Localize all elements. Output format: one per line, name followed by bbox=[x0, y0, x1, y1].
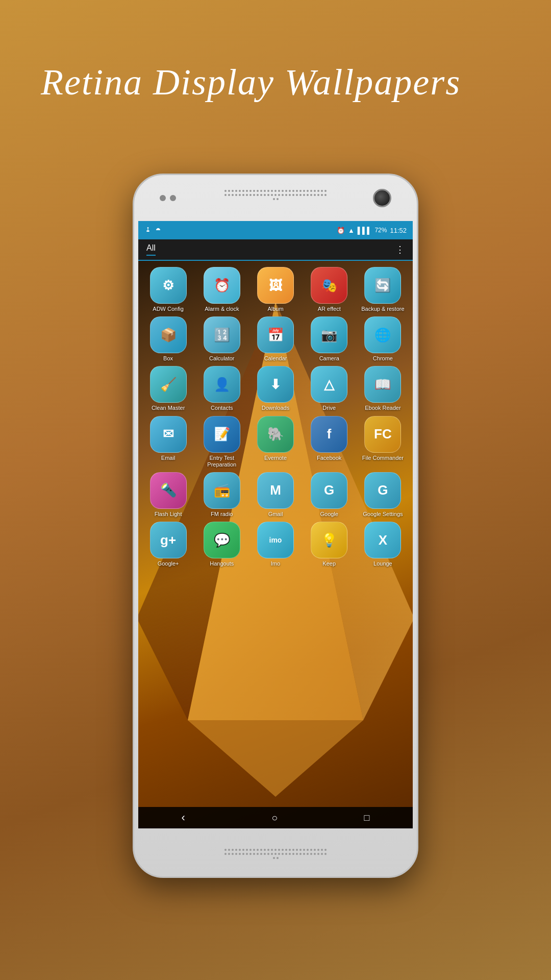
app-item-calculator[interactable]: 🔢Calculator bbox=[196, 316, 247, 362]
app-item-google-plus[interactable]: g+Google+ bbox=[142, 522, 194, 567]
camera bbox=[373, 189, 391, 207]
app-label-fm-radio: FM radio bbox=[211, 511, 233, 518]
page-title: Retina Display Wallpapers bbox=[41, 61, 461, 104]
app-label-facebook: Facebook bbox=[317, 455, 341, 461]
overflow-menu-icon[interactable]: ⋮ bbox=[395, 244, 405, 255]
app-label-file-commander: File Commander bbox=[362, 455, 404, 461]
bottom-speaker-grille bbox=[224, 848, 327, 860]
app-item-google-settings[interactable]: GGoogle Settings bbox=[357, 472, 409, 518]
app-icon-ar-effect: 🎭 bbox=[311, 267, 347, 304]
app-icon-keep: 💡 bbox=[311, 522, 347, 558]
app-label-album: Album bbox=[267, 306, 283, 312]
app-item-downloads[interactable]: ⬇Downloads bbox=[249, 366, 301, 411]
app-item-evernote[interactable]: 🐘Evernote bbox=[249, 416, 301, 468]
app-label-chrome: Chrome bbox=[373, 355, 393, 362]
app-item-fm-radio[interactable]: 📻FM radio bbox=[196, 472, 247, 518]
home-button[interactable]: ○ bbox=[271, 812, 278, 824]
app-label-email: Email bbox=[161, 455, 176, 461]
app-item-clean-master[interactable]: 🧹Clean Master bbox=[142, 366, 194, 411]
app-label-contacts: Contacts bbox=[211, 405, 233, 411]
app-item-keep[interactable]: 💡Keep bbox=[304, 522, 355, 567]
app-label-google-plus: Google+ bbox=[158, 560, 179, 567]
app-icon-file-commander: FC bbox=[364, 416, 401, 453]
app-label-clean-master: Clean Master bbox=[152, 405, 185, 411]
status-right-icons: ⏰ ▲ ▌▌▌ 72% 11:52 bbox=[337, 227, 407, 234]
app-item-alarm-clock[interactable]: ⏰Alarm & clock bbox=[196, 267, 247, 312]
app-label-keep: Keep bbox=[322, 560, 336, 567]
app-icon-album: 🖼 bbox=[257, 267, 294, 304]
app-icon-box: 📦 bbox=[150, 316, 187, 353]
app-item-ar-effect[interactable]: 🎭AR effect bbox=[304, 267, 355, 312]
app-icon-drive: △ bbox=[311, 366, 347, 403]
signal-icon: ▌▌▌ bbox=[358, 227, 372, 234]
svg-rect-2 bbox=[146, 231, 149, 232]
app-icon-downloads: ⬇ bbox=[257, 366, 294, 403]
app-item-file-commander[interactable]: FCFile Commander bbox=[357, 416, 409, 468]
app-label-entry-test: Entry Test Preparation bbox=[196, 455, 247, 468]
app-label-box: Box bbox=[163, 355, 173, 362]
recent-button[interactable]: □ bbox=[364, 813, 370, 823]
app-item-contacts[interactable]: 👤Contacts bbox=[196, 366, 247, 411]
app-icon-entry-test: 📝 bbox=[204, 416, 240, 453]
app-item-gmail[interactable]: MGmail bbox=[249, 472, 301, 518]
app-label-google-settings: Google Settings bbox=[363, 511, 403, 518]
app-icon-lounge: X bbox=[364, 522, 401, 558]
app-label-evernote: Evernote bbox=[264, 455, 287, 461]
nav-bar: ‹ ○ □ bbox=[138, 807, 413, 828]
app-item-flash-light[interactable]: 🔦Flash Light bbox=[142, 472, 194, 518]
app-icon-calculator: 🔢 bbox=[204, 316, 240, 353]
app-icon-imo: imo bbox=[257, 522, 294, 558]
phone-body: // Will be populated below ⏰ ▲ ▌▌▌ bbox=[133, 174, 418, 878]
battery-text: 72% bbox=[374, 227, 387, 234]
app-icon-chrome: 🌐 bbox=[364, 316, 401, 353]
speaker-dot bbox=[160, 195, 166, 201]
back-button[interactable]: ‹ bbox=[182, 811, 185, 824]
app-icon-backup-restore: 🔄 bbox=[364, 267, 401, 304]
app-icon-flash-light: 🔦 bbox=[150, 472, 187, 509]
app-item-hangouts[interactable]: 💬Hangouts bbox=[196, 522, 247, 567]
app-label-ebook-reader: Ebook Reader bbox=[365, 405, 400, 411]
app-label-google: Google bbox=[320, 511, 338, 518]
app-icon-clean-master: 🧹 bbox=[150, 366, 187, 403]
app-label-camera: Camera bbox=[319, 355, 339, 362]
app-icon-ebook-reader: 📖 bbox=[364, 366, 401, 403]
app-item-google[interactable]: GGoogle bbox=[304, 472, 355, 518]
app-item-lounge[interactable]: XLounge bbox=[357, 522, 409, 567]
app-item-email[interactable]: ✉Email bbox=[142, 416, 194, 468]
app-icon-adw-config: ⚙ bbox=[150, 267, 187, 304]
app-icon-hangouts: 💬 bbox=[204, 522, 240, 558]
app-icon-google-settings: G bbox=[364, 472, 401, 509]
app-label-hangouts: Hangouts bbox=[210, 560, 234, 567]
app-item-backup-restore[interactable]: 🔄Backup & restore bbox=[357, 267, 409, 312]
app-icon-contacts: 👤 bbox=[204, 366, 240, 403]
tab-all-label[interactable]: All bbox=[146, 243, 156, 256]
app-icon-calendar: 📅 bbox=[257, 316, 294, 353]
app-item-camera[interactable]: 📷Camera bbox=[304, 316, 355, 362]
app-label-calendar: Calendar bbox=[264, 355, 287, 362]
android-icon bbox=[155, 227, 162, 234]
phone-top: // Will be populated below bbox=[134, 175, 417, 221]
app-item-drive[interactable]: △Drive bbox=[304, 366, 355, 411]
app-item-adw-config[interactable]: ⚙ADW Config bbox=[142, 267, 194, 312]
app-grid: ⚙ADW Config⏰Alarm & clock🖼Album🎭AR effec… bbox=[138, 261, 413, 573]
svg-rect-0 bbox=[147, 227, 148, 228]
speaker-grille: // Will be populated below bbox=[224, 189, 327, 201]
page-background: Retina Display Wallpapers // Will be pop… bbox=[0, 0, 551, 980]
app-label-calculator: Calculator bbox=[209, 355, 235, 362]
app-label-lounge: Lounge bbox=[373, 560, 392, 567]
app-item-imo[interactable]: imoImo bbox=[249, 522, 301, 567]
app-item-album[interactable]: 🖼Album bbox=[249, 267, 301, 312]
app-item-ebook-reader[interactable]: 📖Ebook Reader bbox=[357, 366, 409, 411]
app-item-facebook[interactable]: fFacebook bbox=[304, 416, 355, 468]
app-label-ar-effect: AR effect bbox=[318, 306, 341, 312]
app-item-box[interactable]: 📦Box bbox=[142, 316, 194, 362]
tab-bar[interactable]: All ⋮ bbox=[138, 239, 413, 261]
status-left-icons bbox=[144, 227, 162, 234]
phone-screen: ⏰ ▲ ▌▌▌ 72% 11:52 All ⋮ bbox=[138, 221, 413, 828]
app-icon-facebook: f bbox=[311, 416, 347, 453]
app-item-chrome[interactable]: 🌐Chrome bbox=[357, 316, 409, 362]
alarm-icon: ⏰ bbox=[337, 227, 345, 234]
app-icon-alarm-clock: ⏰ bbox=[204, 267, 240, 304]
app-item-calendar[interactable]: 📅Calendar bbox=[249, 316, 301, 362]
app-item-entry-test[interactable]: 📝Entry Test Preparation bbox=[196, 416, 247, 468]
